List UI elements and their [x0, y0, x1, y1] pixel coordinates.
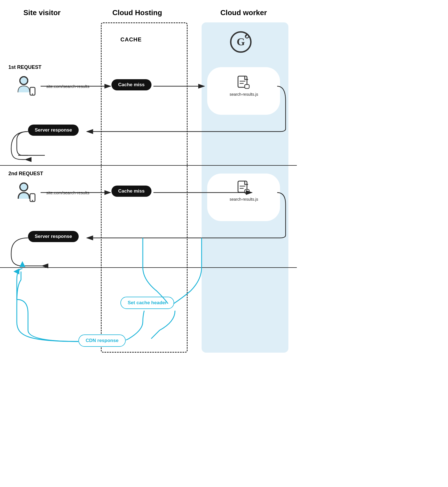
- header-cloud-hosting: Cloud Hosting: [109, 8, 165, 17]
- set-cache-header: Set cache header: [120, 297, 174, 309]
- svg-text:G: G: [237, 36, 245, 48]
- diagram-container: Site visitor Cloud Hosting Cloud worker …: [0, 0, 297, 487]
- js-file-2: search-results.js: [230, 181, 258, 202]
- svg-rect-20: [245, 189, 249, 193]
- divider-2: [0, 267, 297, 268]
- divider-1: [0, 165, 297, 166]
- person-icon-1: [15, 76, 38, 101]
- request-2-label: 2nd REQUEST: [8, 171, 43, 177]
- js-file-1: search-results.js: [230, 76, 258, 97]
- file-icon-2: [237, 181, 251, 195]
- server-response-1: Server response: [28, 125, 79, 136]
- request-1-label: 1st REQUEST: [8, 64, 41, 70]
- url-label-2: site.com/search-results: [46, 190, 89, 195]
- cache-label: CACHE: [120, 36, 142, 43]
- svg-point-6: [32, 93, 33, 95]
- header-site-visitor: Site visitor: [14, 8, 70, 17]
- cache-miss-2: Cache miss: [111, 186, 151, 197]
- svg-rect-12: [245, 85, 249, 88]
- person-icon-2: [15, 182, 38, 207]
- server-response-2: Server response: [28, 231, 79, 242]
- js-file-label-1: search-results.js: [230, 92, 258, 97]
- header-cloud-worker: Cloud worker: [213, 8, 274, 17]
- cache-miss-1: Cache miss: [111, 79, 151, 90]
- cdn-response: CDN response: [78, 334, 126, 347]
- gatsby-logo: G: [230, 31, 252, 53]
- file-icon-1: [237, 76, 251, 90]
- svg-point-16: [32, 200, 33, 201]
- js-file-label-2: search-results.js: [230, 197, 258, 202]
- url-label-1: site.com/search-results: [46, 84, 89, 89]
